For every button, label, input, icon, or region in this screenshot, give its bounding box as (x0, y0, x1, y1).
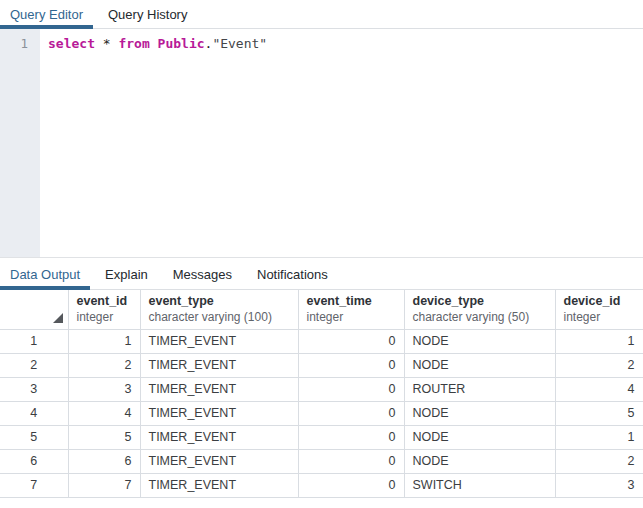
grid-header-row: event_id integer event_type character va… (0, 290, 643, 329)
cell-event_time[interactable]: 0 (298, 473, 404, 497)
row-number[interactable]: 6 (0, 449, 68, 473)
cell-event_id[interactable]: 7 (68, 473, 140, 497)
sql-token-keyword: from (118, 36, 149, 51)
row-number[interactable]: 5 (0, 425, 68, 449)
cell-device_type[interactable]: NODE (404, 425, 555, 449)
sql-token-plain (150, 36, 158, 51)
row-number[interactable]: 7 (0, 473, 68, 497)
tab-data-output[interactable]: Data Output (0, 259, 90, 289)
row-number[interactable]: 2 (0, 353, 68, 377)
sql-line: select * from Public."Event" (48, 35, 643, 53)
table-row: 22TIMER_EVENT0NODE2 (0, 353, 643, 377)
cell-event_type[interactable]: TIMER_EVENT (140, 329, 298, 353)
cell-event_type[interactable]: TIMER_EVENT (140, 449, 298, 473)
sql-token-plain: * (95, 36, 118, 51)
sql-code-area[interactable]: select * from Public."Event" (40, 29, 643, 257)
corner-triangle-icon (53, 313, 63, 323)
row-number[interactable]: 1 (0, 329, 68, 353)
cell-device_type[interactable]: NODE (404, 401, 555, 425)
column-header-device_id[interactable]: device_id integer (555, 290, 643, 329)
cell-event_id[interactable]: 5 (68, 425, 140, 449)
cell-device_id[interactable]: 5 (555, 401, 643, 425)
cell-event_time[interactable]: 0 (298, 377, 404, 401)
tab-messages[interactable]: Messages (163, 259, 242, 289)
editor-tabbar: Query Editor Query History (0, 0, 643, 29)
sql-token-keyword: Public (158, 36, 205, 51)
cell-event_type[interactable]: TIMER_EVENT (140, 353, 298, 377)
tab-notifications[interactable]: Notifications (247, 259, 338, 289)
select-all-header[interactable] (0, 290, 68, 329)
cell-event_type[interactable]: TIMER_EVENT (140, 425, 298, 449)
cell-device_id[interactable]: 4 (555, 377, 643, 401)
data-output-grid: event_id integer event_type character va… (0, 290, 643, 498)
cell-device_type[interactable]: NODE (404, 353, 555, 377)
cell-device_id[interactable]: 3 (555, 473, 643, 497)
column-header-event_id[interactable]: event_id integer (68, 290, 140, 329)
column-header-event_time[interactable]: event_time integer (298, 290, 404, 329)
cell-event_time[interactable]: 0 (298, 449, 404, 473)
cell-event_id[interactable]: 6 (68, 449, 140, 473)
table-row: 44TIMER_EVENT0NODE5 (0, 401, 643, 425)
row-number[interactable]: 3 (0, 377, 68, 401)
cell-event_id[interactable]: 2 (68, 353, 140, 377)
sql-editor[interactable]: 1 select * from Public."Event" (0, 29, 643, 258)
cell-event_type[interactable]: TIMER_EVENT (140, 377, 298, 401)
cell-device_id[interactable]: 1 (555, 425, 643, 449)
cell-device_id[interactable]: 1 (555, 329, 643, 353)
cell-event_time[interactable]: 0 (298, 353, 404, 377)
cell-device_type[interactable]: ROUTER (404, 377, 555, 401)
sql-token-keyword: select (48, 36, 95, 51)
cell-device_id[interactable]: 2 (555, 353, 643, 377)
cell-event_time[interactable]: 0 (298, 425, 404, 449)
table-row: 33TIMER_EVENT0ROUTER4 (0, 377, 643, 401)
cell-device_type[interactable]: NODE (404, 449, 555, 473)
table-row: 66TIMER_EVENT0NODE2 (0, 449, 643, 473)
table-row: 77TIMER_EVENT0SWITCH3 (0, 473, 643, 497)
cell-device_type[interactable]: SWITCH (404, 473, 555, 497)
output-tabbar: Data Output Explain Messages Notificatio… (0, 259, 643, 290)
cell-event_type[interactable]: TIMER_EVENT (140, 473, 298, 497)
cell-device_type[interactable]: NODE (404, 329, 555, 353)
cell-event_time[interactable]: 0 (298, 329, 404, 353)
line-number-gutter: 1 (0, 29, 40, 257)
tab-query-history[interactable]: Query History (98, 0, 197, 28)
sql-token-identifier: "Event" (212, 36, 267, 51)
cell-event_time[interactable]: 0 (298, 401, 404, 425)
column-header-event_type[interactable]: event_type character varying (100) (140, 290, 298, 329)
row-number[interactable]: 4 (0, 401, 68, 425)
column-header-device_type[interactable]: device_type character varying (50) (404, 290, 555, 329)
table-row: 55TIMER_EVENT0NODE1 (0, 425, 643, 449)
cell-event_type[interactable]: TIMER_EVENT (140, 401, 298, 425)
table-row: 11TIMER_EVENT0NODE1 (0, 329, 643, 353)
cell-device_id[interactable]: 2 (555, 449, 643, 473)
tab-explain[interactable]: Explain (95, 259, 158, 289)
cell-event_id[interactable]: 3 (68, 377, 140, 401)
line-number: 1 (0, 35, 40, 53)
cell-event_id[interactable]: 1 (68, 329, 140, 353)
cell-event_id[interactable]: 4 (68, 401, 140, 425)
tab-query-editor[interactable]: Query Editor (0, 0, 93, 28)
